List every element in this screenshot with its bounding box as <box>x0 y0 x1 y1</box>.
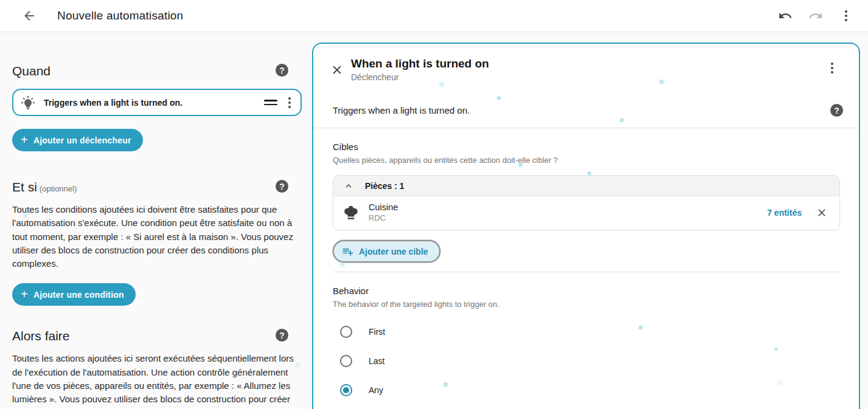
areas-count-label: Pièces : 1 <box>365 181 404 191</box>
then-help-icon[interactable]: ? <box>276 329 288 342</box>
add-target-button[interactable]: Ajouter une cible <box>333 240 440 263</box>
when-section-title: Quand <box>12 64 50 78</box>
plus-icon: + <box>21 134 28 146</box>
plus-icon: + <box>21 288 28 300</box>
when-help-icon[interactable]: ? <box>276 64 288 77</box>
entities-count-link[interactable]: 7 entités <box>767 208 802 218</box>
behavior-radio-group: First Last Any <box>333 326 840 396</box>
playlist-plus-icon <box>342 246 354 258</box>
dialog-header: When a light is turned on Déclencheur <box>313 44 859 82</box>
dialog-subtitle: Déclencheur <box>351 72 489 82</box>
andif-title-text: Et si <box>12 180 37 194</box>
andif-description: Toutes les conditions ajoutées ici doive… <box>12 203 303 270</box>
trigger-dialog: When a light is turned on Déclencheur Tr… <box>312 43 860 409</box>
automation-editor-panel: Quand ? Triggers when a light is turned … <box>0 32 312 409</box>
trigger-help-icon[interactable]: ? <box>830 104 843 117</box>
trigger-card[interactable]: Triggers when a light is turned on. <box>12 89 302 116</box>
trigger-card-label: Triggers when a light is turned on. <box>44 98 182 108</box>
remove-target-button[interactable] <box>813 204 831 222</box>
radio-icon <box>340 355 352 367</box>
dialog-close-button[interactable] <box>325 58 349 81</box>
lightbulb-on-icon <box>21 95 35 110</box>
dialog-title: When a light is turned on <box>351 57 489 70</box>
dialog-area: When a light is turned on Déclencheur Tr… <box>312 32 868 409</box>
radio-label: Any <box>369 385 383 395</box>
andif-section-title: Et si(optionnel) <box>12 180 77 194</box>
radio-icon <box>340 384 352 396</box>
areas-expander-header[interactable]: Pièces : 1 <box>333 176 839 196</box>
undo-icon <box>778 9 793 23</box>
close-icon <box>816 207 828 219</box>
divider <box>313 128 859 128</box>
kebab-icon <box>845 10 847 21</box>
topbar-actions <box>774 5 857 27</box>
radio-icon <box>340 326 352 338</box>
kebab-icon <box>831 63 833 74</box>
behavior-subtitle: The behavior of the targeted lights to t… <box>333 300 840 309</box>
overflow-menu-button[interactable] <box>835 5 857 27</box>
then-section-title: Alors faire <box>12 329 70 343</box>
targets-subtitle: Quelles pièces, appareils ou entités cet… <box>333 156 840 165</box>
redo-button[interactable] <box>805 5 827 27</box>
behavior-title: Behavior <box>333 286 840 296</box>
andif-optional-text: (optionnel) <box>40 184 77 193</box>
target-floor-name: RDC <box>369 213 398 222</box>
target-area-name: Cuisine <box>369 202 398 212</box>
add-target-label: Ajouter une cible <box>359 247 428 256</box>
radio-label: Last <box>369 356 384 366</box>
undo-button[interactable] <box>774 5 796 27</box>
targets-title: Cibles <box>333 142 840 152</box>
target-row[interactable]: Cuisine RDC 7 entités <box>333 196 839 230</box>
close-icon <box>330 63 344 77</box>
add-condition-button[interactable]: + Ajouter une condition <box>12 283 136 306</box>
drag-handle-icon[interactable] <box>264 100 277 105</box>
page-title: Nouvelle automatisation <box>57 9 183 22</box>
add-condition-label: Ajouter une condition <box>33 290 124 300</box>
then-description: Toutes les actions ajoutées ici seront e… <box>12 352 303 409</box>
dialog-menu-button[interactable] <box>821 57 843 79</box>
redo-icon <box>808 9 823 23</box>
arrow-left-icon <box>22 9 36 23</box>
radio-option-any[interactable]: Any <box>340 384 840 396</box>
divider <box>333 272 840 272</box>
trigger-description: Triggers when a light is turned on. <box>333 105 470 115</box>
radio-option-first[interactable]: First <box>340 326 840 338</box>
chef-hat-icon <box>343 205 359 221</box>
back-button[interactable] <box>17 4 41 28</box>
trigger-menu-button[interactable] <box>288 97 291 108</box>
radio-label: First <box>369 327 385 337</box>
targets-card: Pièces : 1 Cuisine RDC 7 entités <box>333 175 840 230</box>
add-trigger-label: Ajouter un déclencheur <box>33 136 131 145</box>
chevron-up-icon <box>343 180 354 191</box>
radio-option-last[interactable]: Last <box>340 355 840 367</box>
add-trigger-button[interactable]: + Ajouter un déclencheur <box>12 129 143 151</box>
app-header: Nouvelle automatisation <box>0 0 868 32</box>
andif-help-icon[interactable]: ? <box>276 180 288 193</box>
